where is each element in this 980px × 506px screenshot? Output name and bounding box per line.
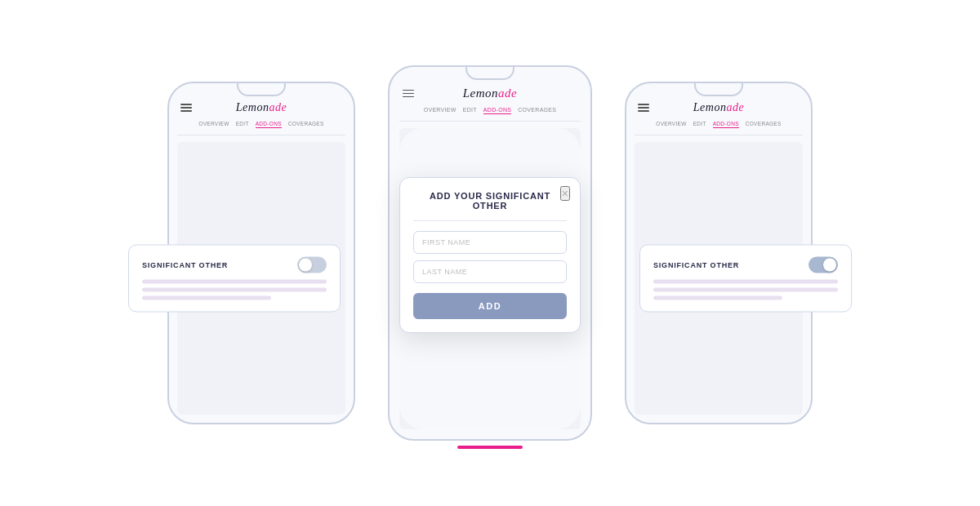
phone-right: Lemonade OVERVIEW EDIT ADD-ONS COVERAGES… xyxy=(625,82,813,424)
toggle-knob-left xyxy=(299,259,312,272)
so-card-title-left: SIGNIFICANT OTHER xyxy=(142,261,228,269)
so-card-line3-left xyxy=(142,296,271,300)
phone-center: Lemonade OVERVIEW EDIT ADD-ONS COVERAGES… xyxy=(388,65,592,441)
nav-overview-right[interactable]: OVERVIEW xyxy=(656,121,686,128)
phone-nav-right: OVERVIEW EDIT ADD-ONS COVERAGES xyxy=(635,119,803,135)
toggle-left[interactable] xyxy=(297,257,327,273)
so-card-right: SIGNIFICANT OTHER xyxy=(639,245,852,313)
phone-notch-left xyxy=(237,82,286,96)
nav-coverages-center[interactable]: COVERAGES xyxy=(518,107,556,114)
phone-notch-center xyxy=(466,65,514,80)
menu-icon-center[interactable] xyxy=(403,90,414,98)
nav-edit-right[interactable]: EDIT xyxy=(693,121,706,128)
modal-title: ADD YOUR SIGNIFICANT OTHER xyxy=(413,191,567,211)
phone-notch-right xyxy=(694,82,743,96)
first-name-input[interactable] xyxy=(413,231,567,254)
toggle-knob-right xyxy=(823,259,836,272)
toggle-right[interactable] xyxy=(808,257,838,273)
logo-center: Lemonade xyxy=(463,87,518,100)
phone-content-center: × ADD YOUR SIGNIFICANT OTHER ADD xyxy=(399,128,581,429)
nav-addons-center[interactable]: ADD-ONS xyxy=(483,107,511,114)
so-card-line1-right xyxy=(653,280,838,284)
nav-addons-left[interactable]: ADD-ONS xyxy=(256,121,282,128)
phone-nav-left: OVERVIEW EDIT ADD-ONS COVERAGES xyxy=(177,119,345,135)
nav-addons-right[interactable]: ADD-ONS xyxy=(713,121,739,128)
last-name-input[interactable] xyxy=(413,260,567,283)
nav-overview-left[interactable]: OVERVIEW xyxy=(198,121,229,128)
nav-edit-left[interactable]: EDIT xyxy=(236,121,249,128)
modal: × ADD YOUR SIGNIFICANT OTHER ADD xyxy=(399,177,581,333)
so-card-left: SIGNIFICANT OTHER xyxy=(128,245,341,313)
logo-left: Lemonade xyxy=(236,101,287,114)
so-card-title-right: SIGNIFICANT OTHER xyxy=(653,261,739,269)
so-card-line1-left xyxy=(142,280,327,284)
phone-content-right: SIGNIFICANT OTHER xyxy=(635,142,803,415)
modal-close-button[interactable]: × xyxy=(560,186,570,201)
modal-date-line xyxy=(413,220,567,221)
so-card-line2-right xyxy=(653,288,838,292)
so-card-line3-right xyxy=(653,296,782,300)
add-button[interactable]: ADD xyxy=(413,293,567,319)
logo-right: Lemonade xyxy=(693,101,744,114)
so-card-line2-left xyxy=(142,288,327,292)
bottom-indicator xyxy=(457,446,523,449)
logo-text-left: Lemonade xyxy=(236,101,287,113)
phone-nav-center: OVERVIEW EDIT ADD-ONS COVERAGES xyxy=(399,105,581,122)
phone-content-left: SIGNIFICANT OTHER xyxy=(177,142,345,415)
menu-icon-left[interactable] xyxy=(180,104,192,112)
phone-left: Lemonade OVERVIEW EDIT ADD-ONS COVERAGES… xyxy=(167,82,355,424)
nav-coverages-right[interactable]: COVERAGES xyxy=(746,121,782,128)
nav-overview-center[interactable]: OVERVIEW xyxy=(424,107,457,114)
menu-icon-right[interactable] xyxy=(638,104,649,112)
nav-coverages-left[interactable]: COVERAGES xyxy=(288,121,324,128)
modal-overlay: × ADD YOUR SIGNIFICANT OTHER ADD xyxy=(399,128,581,429)
nav-edit-center[interactable]: EDIT xyxy=(463,107,477,114)
scene: Lemonade OVERVIEW EDIT ADD-ONS COVERAGES… xyxy=(0,33,980,473)
